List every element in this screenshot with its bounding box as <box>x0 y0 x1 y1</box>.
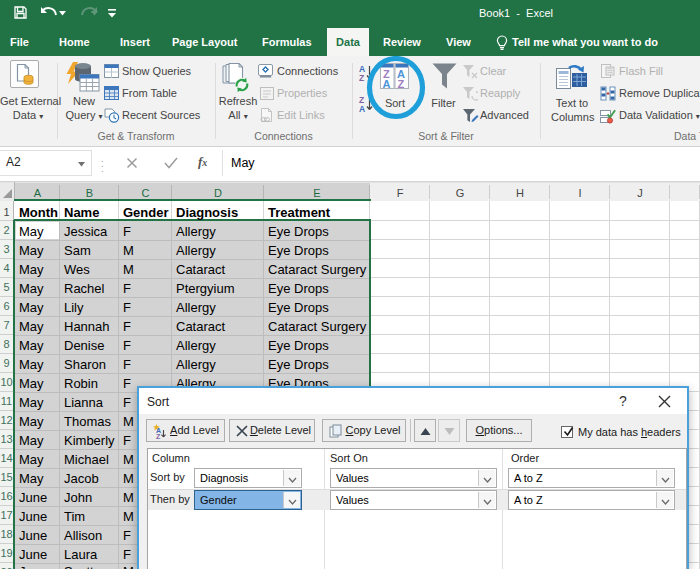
svg-text:A: A <box>359 104 365 113</box>
svg-text:A: A <box>359 64 365 74</box>
svg-text:Z: Z <box>359 73 364 82</box>
svg-text:Z: Z <box>359 95 364 105</box>
